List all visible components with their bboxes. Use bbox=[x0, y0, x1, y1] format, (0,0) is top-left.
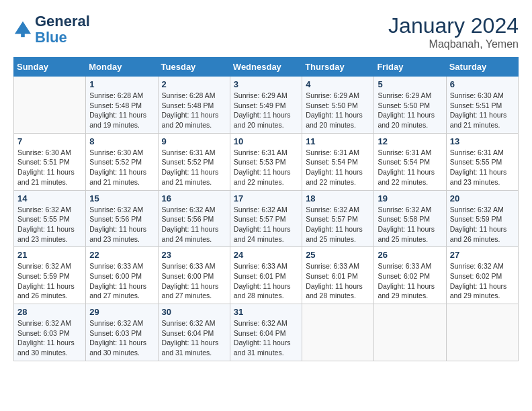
calendar-week-row: 14Sunrise: 6:32 AM Sunset: 5:55 PM Dayli… bbox=[14, 190, 519, 247]
page-header: General Blue January 2024 Maqbanah, Yeme… bbox=[13, 13, 519, 50]
day-number: 18 bbox=[306, 193, 370, 203]
calendar-cell: 9Sunrise: 6:31 AM Sunset: 5:52 PM Daylig… bbox=[158, 133, 230, 190]
calendar-cell bbox=[374, 304, 446, 361]
day-info: Sunrise: 6:32 AM Sunset: 6:03 PM Dayligh… bbox=[89, 318, 154, 358]
day-number: 3 bbox=[234, 79, 298, 89]
weekday-header: Wednesday bbox=[230, 58, 302, 77]
day-number: 7 bbox=[17, 136, 82, 146]
day-info: Sunrise: 6:29 AM Sunset: 5:50 PM Dayligh… bbox=[306, 91, 370, 130]
calendar-cell: 1Sunrise: 6:28 AM Sunset: 5:48 PM Daylig… bbox=[86, 77, 158, 134]
day-number: 1 bbox=[89, 79, 154, 89]
calendar-cell: 11Sunrise: 6:31 AM Sunset: 5:54 PM Dayli… bbox=[302, 133, 374, 190]
calendar-cell: 26Sunrise: 6:33 AM Sunset: 6:02 PM Dayli… bbox=[374, 247, 446, 304]
calendar-table: SundayMondayTuesdayWednesdayThursdayFrid… bbox=[13, 57, 519, 361]
day-info: Sunrise: 6:29 AM Sunset: 5:50 PM Dayligh… bbox=[378, 91, 442, 130]
calendar-cell: 28Sunrise: 6:32 AM Sunset: 6:03 PM Dayli… bbox=[14, 304, 86, 361]
day-info: Sunrise: 6:32 AM Sunset: 5:56 PM Dayligh… bbox=[162, 205, 226, 244]
day-number: 27 bbox=[450, 250, 515, 260]
day-number: 13 bbox=[450, 136, 515, 146]
calendar-week-row: 21Sunrise: 6:32 AM Sunset: 5:59 PM Dayli… bbox=[14, 247, 519, 304]
calendar-cell: 21Sunrise: 6:32 AM Sunset: 5:59 PM Dayli… bbox=[14, 247, 86, 304]
logo-icon bbox=[13, 20, 32, 39]
calendar-cell: 5Sunrise: 6:29 AM Sunset: 5:50 PM Daylig… bbox=[374, 77, 446, 134]
day-number: 5 bbox=[378, 79, 442, 89]
weekday-header: Thursday bbox=[302, 58, 374, 77]
calendar-cell: 2Sunrise: 6:28 AM Sunset: 5:48 PM Daylig… bbox=[158, 77, 230, 134]
day-number: 14 bbox=[17, 193, 82, 203]
calendar-cell: 30Sunrise: 6:32 AM Sunset: 6:04 PM Dayli… bbox=[158, 304, 230, 361]
day-info: Sunrise: 6:32 AM Sunset: 5:58 PM Dayligh… bbox=[378, 205, 442, 244]
day-number: 21 bbox=[17, 250, 82, 260]
day-number: 26 bbox=[378, 250, 442, 260]
day-info: Sunrise: 6:32 AM Sunset: 5:57 PM Dayligh… bbox=[306, 205, 370, 244]
calendar-cell: 7Sunrise: 6:30 AM Sunset: 5:51 PM Daylig… bbox=[14, 133, 86, 190]
day-number: 15 bbox=[89, 193, 154, 203]
weekday-header: Monday bbox=[86, 58, 158, 77]
day-info: Sunrise: 6:32 AM Sunset: 6:02 PM Dayligh… bbox=[450, 261, 515, 301]
day-info: Sunrise: 6:30 AM Sunset: 5:51 PM Dayligh… bbox=[17, 148, 82, 187]
day-info: Sunrise: 6:32 AM Sunset: 6:03 PM Dayligh… bbox=[17, 318, 82, 358]
day-number: 29 bbox=[89, 307, 154, 317]
calendar-cell: 25Sunrise: 6:33 AM Sunset: 6:01 PM Dayli… bbox=[302, 247, 374, 304]
calendar-cell: 20Sunrise: 6:32 AM Sunset: 5:59 PM Dayli… bbox=[446, 190, 518, 247]
calendar-cell: 10Sunrise: 6:31 AM Sunset: 5:53 PM Dayli… bbox=[230, 133, 302, 190]
location: Maqbanah, Yemen bbox=[388, 38, 519, 50]
calendar-cell: 31Sunrise: 6:32 AM Sunset: 6:04 PM Dayli… bbox=[230, 304, 302, 361]
day-number: 22 bbox=[89, 250, 154, 260]
month-title: January 2024 bbox=[388, 13, 519, 38]
day-number: 31 bbox=[234, 307, 298, 317]
logo-text: General Blue bbox=[35, 13, 90, 46]
day-number: 6 bbox=[450, 79, 515, 89]
svg-rect-1 bbox=[21, 32, 25, 37]
calendar-week-row: 7Sunrise: 6:30 AM Sunset: 5:51 PM Daylig… bbox=[14, 133, 519, 190]
calendar-week-row: 28Sunrise: 6:32 AM Sunset: 6:03 PM Dayli… bbox=[14, 304, 519, 361]
calendar-cell: 16Sunrise: 6:32 AM Sunset: 5:56 PM Dayli… bbox=[158, 190, 230, 247]
day-info: Sunrise: 6:29 AM Sunset: 5:49 PM Dayligh… bbox=[234, 91, 298, 130]
calendar-header-row: SundayMondayTuesdayWednesdayThursdayFrid… bbox=[14, 58, 519, 77]
day-info: Sunrise: 6:32 AM Sunset: 5:59 PM Dayligh… bbox=[450, 205, 515, 244]
calendar-cell: 27Sunrise: 6:32 AM Sunset: 6:02 PM Dayli… bbox=[446, 247, 518, 304]
day-info: Sunrise: 6:31 AM Sunset: 5:54 PM Dayligh… bbox=[306, 148, 370, 187]
calendar-cell: 24Sunrise: 6:33 AM Sunset: 6:01 PM Dayli… bbox=[230, 247, 302, 304]
day-info: Sunrise: 6:33 AM Sunset: 6:00 PM Dayligh… bbox=[89, 261, 154, 301]
day-info: Sunrise: 6:33 AM Sunset: 6:01 PM Dayligh… bbox=[306, 261, 370, 301]
day-number: 12 bbox=[378, 136, 442, 146]
calendar-cell: 18Sunrise: 6:32 AM Sunset: 5:57 PM Dayli… bbox=[302, 190, 374, 247]
day-info: Sunrise: 6:30 AM Sunset: 5:51 PM Dayligh… bbox=[450, 91, 515, 130]
day-info: Sunrise: 6:31 AM Sunset: 5:54 PM Dayligh… bbox=[378, 148, 442, 187]
calendar-cell: 14Sunrise: 6:32 AM Sunset: 5:55 PM Dayli… bbox=[14, 190, 86, 247]
calendar-cell: 23Sunrise: 6:33 AM Sunset: 6:00 PM Dayli… bbox=[158, 247, 230, 304]
calendar-cell bbox=[302, 304, 374, 361]
day-number: 30 bbox=[162, 307, 226, 317]
day-number: 28 bbox=[17, 307, 82, 317]
calendar-cell: 4Sunrise: 6:29 AM Sunset: 5:50 PM Daylig… bbox=[302, 77, 374, 134]
day-number: 24 bbox=[234, 250, 298, 260]
logo: General Blue bbox=[13, 13, 90, 46]
calendar-cell: 6Sunrise: 6:30 AM Sunset: 5:51 PM Daylig… bbox=[446, 77, 518, 134]
day-number: 17 bbox=[234, 193, 298, 203]
title-section: January 2024 Maqbanah, Yemen bbox=[388, 13, 519, 50]
day-number: 4 bbox=[306, 79, 370, 89]
day-info: Sunrise: 6:28 AM Sunset: 5:48 PM Dayligh… bbox=[162, 91, 226, 130]
weekday-header: Friday bbox=[374, 58, 446, 77]
day-info: Sunrise: 6:33 AM Sunset: 6:02 PM Dayligh… bbox=[378, 261, 442, 301]
day-info: Sunrise: 6:30 AM Sunset: 5:52 PM Dayligh… bbox=[89, 148, 154, 187]
day-info: Sunrise: 6:31 AM Sunset: 5:52 PM Dayligh… bbox=[162, 148, 226, 187]
calendar-cell: 13Sunrise: 6:31 AM Sunset: 5:55 PM Dayli… bbox=[446, 133, 518, 190]
calendar-cell: 8Sunrise: 6:30 AM Sunset: 5:52 PM Daylig… bbox=[86, 133, 158, 190]
day-number: 23 bbox=[162, 250, 226, 260]
day-number: 20 bbox=[450, 193, 515, 203]
calendar-cell: 15Sunrise: 6:32 AM Sunset: 5:56 PM Dayli… bbox=[86, 190, 158, 247]
calendar-cell: 29Sunrise: 6:32 AM Sunset: 6:03 PM Dayli… bbox=[86, 304, 158, 361]
calendar-cell: 19Sunrise: 6:32 AM Sunset: 5:58 PM Dayli… bbox=[374, 190, 446, 247]
day-info: Sunrise: 6:32 AM Sunset: 6:04 PM Dayligh… bbox=[162, 318, 226, 358]
calendar-cell: 12Sunrise: 6:31 AM Sunset: 5:54 PM Dayli… bbox=[374, 133, 446, 190]
day-info: Sunrise: 6:31 AM Sunset: 5:55 PM Dayligh… bbox=[450, 148, 515, 187]
weekday-header: Sunday bbox=[14, 58, 86, 77]
day-number: 16 bbox=[162, 193, 226, 203]
calendar-cell: 17Sunrise: 6:32 AM Sunset: 5:57 PM Dayli… bbox=[230, 190, 302, 247]
day-number: 9 bbox=[162, 136, 226, 146]
weekday-header: Tuesday bbox=[158, 58, 230, 77]
day-number: 19 bbox=[378, 193, 442, 203]
day-info: Sunrise: 6:33 AM Sunset: 6:00 PM Dayligh… bbox=[162, 261, 226, 301]
